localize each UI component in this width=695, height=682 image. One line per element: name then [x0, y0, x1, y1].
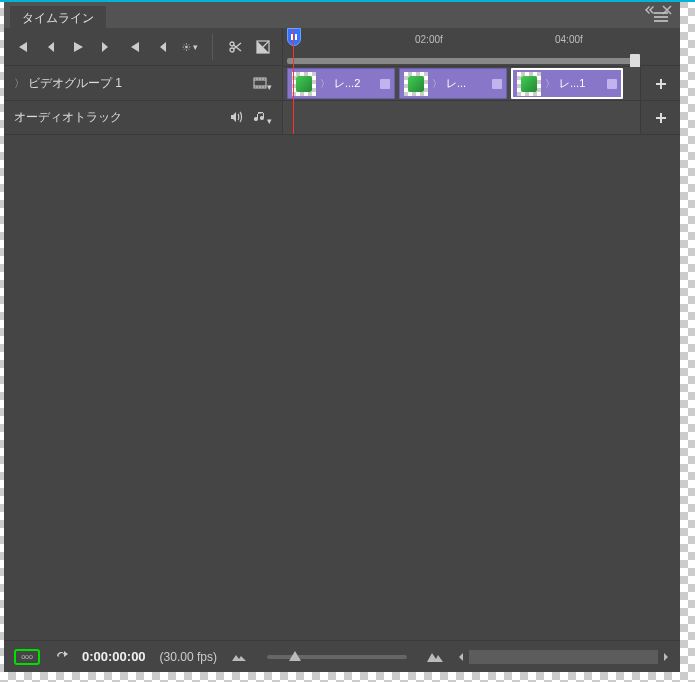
scrollbar-thumb[interactable]	[469, 650, 658, 664]
right-gutter	[640, 28, 680, 66]
audio-track-lane[interactable]	[282, 101, 640, 135]
zoom-slider[interactable]	[267, 655, 407, 659]
clip-properties-icon[interactable]	[492, 79, 502, 89]
clip-thumbnail	[404, 72, 428, 96]
work-area-end-handle[interactable]	[630, 54, 640, 68]
clip[interactable]: 〉 レ...1	[511, 68, 623, 99]
filmstrip-icon[interactable]: ▾	[253, 76, 272, 92]
clip-thumbnail	[517, 72, 541, 96]
fps-display: (30.00 fps)	[160, 650, 217, 664]
playhead-marker[interactable]	[287, 28, 301, 46]
clip[interactable]: 〉 レ...2	[287, 68, 395, 99]
zoom-in-icon[interactable]	[427, 650, 443, 664]
timeline-panel: タイムライン ▾	[4, 2, 680, 672]
loop-toggle-button[interactable]	[154, 39, 170, 55]
scroll-right-button[interactable]	[662, 651, 670, 663]
video-track-name: ビデオグループ 1	[28, 75, 247, 92]
scroll-left-button[interactable]	[457, 651, 465, 663]
clip-properties-icon[interactable]	[380, 79, 390, 89]
chevron-right-icon: 〉	[545, 77, 555, 91]
tab-timeline[interactable]: タイムライン	[10, 6, 106, 28]
clip[interactable]: 〉 レ...	[399, 68, 507, 99]
settings-button[interactable]: ▾	[182, 39, 198, 55]
ruler-tick: 04:00f	[555, 34, 583, 45]
highlighted-footer-button[interactable]: ooo	[14, 649, 40, 665]
svg-point-0	[185, 45, 188, 48]
go-to-start-button[interactable]	[14, 39, 30, 55]
close-icon[interactable]	[662, 5, 672, 17]
split-clip-button[interactable]	[227, 39, 243, 55]
go-to-end-button[interactable]	[126, 39, 142, 55]
chevron-right-icon[interactable]: 〉	[14, 76, 22, 91]
video-track-lane[interactable]: 〉 レ...2 〉 レ... 〉 レ...1	[282, 67, 640, 101]
clip-label: レ...	[446, 76, 488, 91]
playback-toolbar: ▾	[4, 28, 282, 66]
toolbar-divider	[212, 34, 213, 60]
redo-arrow-icon[interactable]	[54, 649, 68, 665]
time-ruler[interactable]: 02:00f 04:00f	[283, 28, 640, 66]
audio-track-header[interactable]: オーディオトラック ▾	[4, 101, 282, 135]
next-frame-button[interactable]	[98, 39, 114, 55]
chevron-right-icon: 〉	[320, 77, 330, 91]
zoom-out-icon[interactable]	[231, 650, 247, 664]
panel-body: ▾ 02:00f 04:00f	[4, 28, 680, 672]
add-video-track-button[interactable]	[640, 67, 680, 101]
chevron-right-icon: 〉	[432, 77, 442, 91]
video-track-header[interactable]: 〉 ビデオグループ 1 ▾	[4, 67, 282, 101]
audio-track-name: オーディオトラック	[14, 109, 223, 126]
clip-label: レ...2	[334, 76, 376, 91]
work-area-bar[interactable]	[287, 58, 632, 64]
play-button[interactable]	[70, 39, 86, 55]
speaker-icon[interactable]	[229, 110, 243, 126]
add-audio-track-button[interactable]	[640, 101, 680, 135]
transition-button[interactable]	[255, 39, 271, 55]
empty-timeline-area	[4, 135, 680, 640]
clip-label: レ...1	[559, 76, 603, 91]
tab-bar: タイムライン	[4, 2, 680, 28]
current-time-display[interactable]: 0:00:00:00	[82, 649, 146, 664]
clip-properties-icon[interactable]	[607, 79, 617, 89]
clip-thumbnail	[292, 72, 316, 96]
footer-bar: ooo 0:00:00:00 (30.00 fps)	[4, 640, 680, 672]
music-note-icon[interactable]: ▾	[253, 110, 272, 126]
ruler-tick: 02:00f	[415, 34, 443, 45]
horizontal-scrollbar[interactable]	[469, 650, 658, 664]
prev-frame-button[interactable]	[42, 39, 58, 55]
collapse-icon[interactable]	[644, 5, 654, 17]
